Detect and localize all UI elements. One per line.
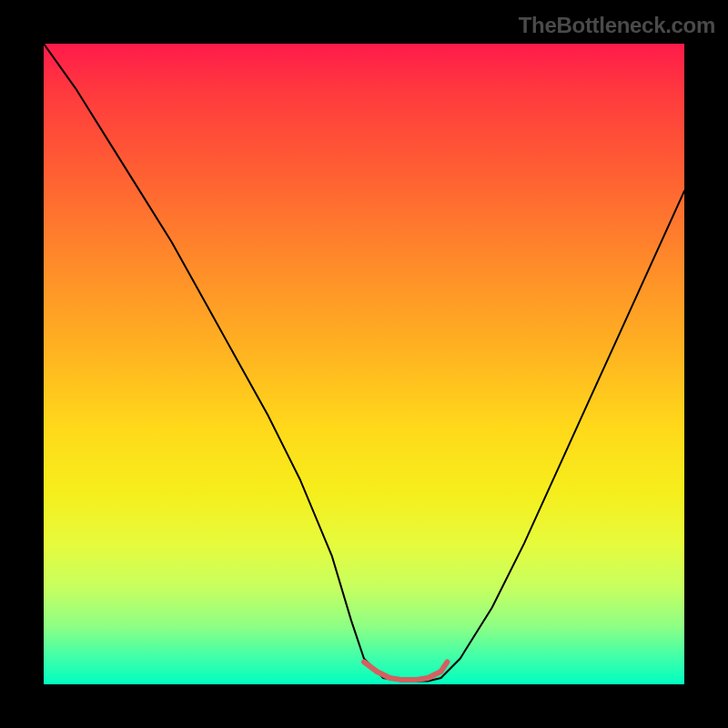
chart-frame: TheBottleneck.com xyxy=(0,0,728,728)
bottleneck-curve xyxy=(44,44,684,682)
optimal-band xyxy=(364,662,448,680)
watermark-text: TheBottleneck.com xyxy=(519,13,715,38)
chart-svg xyxy=(44,44,684,684)
plot-area xyxy=(44,44,684,684)
